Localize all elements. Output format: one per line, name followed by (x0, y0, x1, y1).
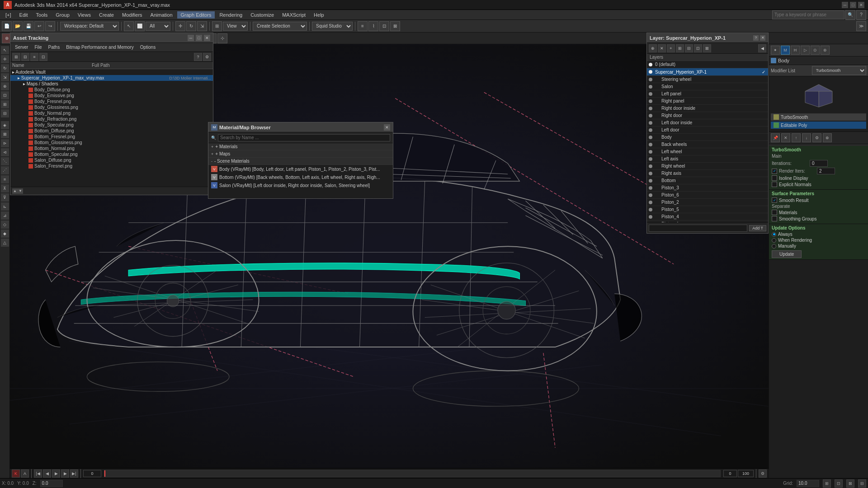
asset-close-btn[interactable]: ✕ (204, 35, 210, 41)
asset-tree-item[interactable]: Body_Glossiness.png (10, 104, 213, 110)
asset-menu-server[interactable]: Server (12, 44, 31, 50)
extra-btn3[interactable]: ≫ (856, 21, 866, 31)
select-btn[interactable]: ↖ (124, 21, 134, 31)
search-btn[interactable]: 🔍 (845, 10, 855, 20)
mod-cfg-btn[interactable]: ⚙ (812, 133, 821, 142)
layers-tb-2[interactable]: ✕ (658, 44, 666, 52)
layer-item[interactable]: Piston_4 (647, 213, 768, 221)
asset-tree-item[interactable]: Body_Diffuse.png (10, 87, 213, 93)
lt-btn11[interactable]: ⊳ (1, 139, 9, 147)
asset-tb-4[interactable]: ⊡ (39, 53, 47, 61)
lt-btn22[interactable]: △ (1, 239, 9, 247)
vp-ctrl4[interactable]: ⊟ (858, 479, 866, 488)
layers-tb-7[interactable]: ⊠ (703, 44, 711, 52)
layers-add-btn[interactable]: Add T (749, 225, 766, 231)
smooth-result-checkbox[interactable] (772, 197, 777, 203)
rotate-btn[interactable]: ↻ (186, 21, 196, 31)
layers-tb-5[interactable]: ⊟ (685, 44, 693, 52)
layer-item[interactable]: Right door (647, 112, 768, 119)
layers-list[interactable]: 0 (default)Supercar_Hyperion_XP-1✓Steeri… (647, 61, 768, 222)
lt-btn20[interactable]: ◇ (1, 221, 9, 229)
layer-item[interactable]: Piston_3 (647, 184, 768, 192)
squid-select[interactable]: Squid Studio v (312, 22, 353, 31)
layer-item[interactable]: Piston_5 (647, 206, 768, 213)
undo-btn[interactable]: ↩ (34, 21, 44, 31)
save-btn[interactable]: 💾 (24, 21, 33, 31)
rp-hierarchy-btn[interactable]: H (791, 46, 800, 55)
layer-item[interactable]: Left axis (647, 155, 768, 163)
layer-item[interactable]: Right wheel (647, 163, 768, 170)
play-btn[interactable]: ▶ (52, 469, 60, 478)
modifier-turbosmooth[interactable]: TurboSmooth (771, 113, 866, 121)
lt-btn18[interactable]: ⊾ (1, 202, 9, 211)
layer-item[interactable]: Body (647, 134, 768, 141)
vp-btn19[interactable]: ⊹ (217, 33, 227, 43)
lt-btn12[interactable]: ⊲ (1, 148, 9, 156)
menu-graph-editors[interactable]: Graph Editors (177, 11, 215, 19)
asset-cfg-btn[interactable]: ⚙ (203, 53, 211, 61)
asset-tree-item[interactable]: Body_Normal.png (10, 110, 213, 116)
asset-tree-item[interactable]: ▸ Supercar_Hyperion_XP-1_max_vray.maxD:\… (10, 75, 213, 81)
select-filter[interactable]: All (146, 22, 170, 31)
lt-btn19[interactable]: ⊿ (1, 211, 9, 220)
menu-animation[interactable]: Animation (147, 11, 176, 19)
asset-maximize-btn[interactable]: □ (196, 35, 202, 41)
lt-btn6[interactable]: ⊡ (1, 91, 9, 99)
auto-key-btn[interactable]: A (21, 469, 29, 478)
layer-item[interactable]: Right axis (647, 170, 768, 177)
asset-tree-item[interactable]: Body_Fresnel.png (10, 99, 213, 104)
asset-scroll-up[interactable]: ▲ (12, 188, 18, 194)
rp-create-btn[interactable]: ✦ (771, 46, 780, 55)
asset-menu-bitmap[interactable]: Bitmap Performance and Memory (63, 44, 137, 50)
material-item[interactable]: VBody (VRayMtl) [Body, Left door, Left p… (208, 165, 393, 173)
lt-btn10[interactable]: ⊠ (1, 130, 9, 138)
menu-group[interactable]: Group (52, 11, 73, 19)
rp-motion-btn[interactable]: ▷ (801, 46, 810, 55)
iterations-input[interactable] (810, 160, 828, 167)
asset-tree-item[interactable]: Salon_Diffuse.png (10, 157, 213, 163)
asset-tree-item[interactable]: Body_Emissive.png (10, 93, 213, 99)
menu-plus[interactable]: [+] (2, 11, 15, 19)
time-cfg-btn[interactable]: ⚙ (759, 469, 767, 478)
minimize-btn[interactable]: ─ (842, 2, 848, 8)
explicit-normals-checkbox[interactable] (772, 182, 777, 187)
maximize-btn[interactable]: □ (850, 2, 856, 8)
close-btn[interactable]: ✕ (858, 2, 864, 8)
rp-display-btn[interactable]: ⊙ (811, 46, 820, 55)
prev-frame-btn[interactable]: ◀ (43, 469, 51, 478)
layer-item[interactable]: Right panel (647, 98, 768, 105)
asset-minimize-btn[interactable]: ─ (188, 35, 194, 41)
asset-tree-item[interactable]: ▸ Autodesk Vault (10, 69, 213, 75)
mat-section-maps[interactable]: + + Maps (208, 150, 393, 158)
z-input[interactable] (40, 480, 63, 487)
asset-menu-options[interactable]: Options (137, 44, 158, 50)
layer-btn[interactable]: ≡ (358, 21, 368, 31)
start-frame[interactable] (723, 470, 737, 477)
modifier-dropdown[interactable]: TurboSmooth (812, 66, 866, 75)
layers-tb-1[interactable]: ⊕ (649, 44, 657, 52)
asset-tree-item[interactable]: Bottom_Fresnel.png (10, 134, 213, 140)
layers-help-btn[interactable]: ? (753, 35, 759, 41)
update-rendering-radio[interactable] (772, 238, 776, 243)
new-btn[interactable]: 📄 (2, 21, 12, 31)
next-frame-btn[interactable]: ▶ (61, 469, 69, 478)
smoothing-groups-checkbox[interactable] (772, 216, 777, 221)
extra-btn1[interactable]: ⊡ (379, 21, 389, 31)
workspace-select[interactable]: Workspace: Default (60, 22, 119, 31)
rp-modify-btn[interactable]: M (781, 46, 790, 55)
mat-section-materials[interactable]: + + Materials (208, 143, 393, 150)
rp-utilities-btn[interactable]: ⊛ (821, 46, 830, 55)
search-input[interactable] (772, 10, 844, 19)
mod-pin-btn[interactable]: 📌 (771, 133, 780, 142)
current-frame[interactable] (83, 470, 101, 477)
asset-menu-paths[interactable]: Paths (46, 44, 63, 50)
select-region-btn[interactable]: ⬜ (135, 21, 145, 31)
layer-item[interactable]: Bottom (647, 177, 768, 184)
lt-scale[interactable]: ⇲ (1, 73, 9, 81)
vp-ctrl2[interactable]: ⊡ (835, 479, 843, 488)
vp-ctrl1[interactable]: ⊞ (823, 479, 831, 488)
layer-item[interactable]: Right door inside (647, 105, 768, 112)
layers-tb-6[interactable]: ⊡ (694, 44, 702, 52)
obj-color-swatch[interactable] (771, 58, 776, 63)
layers-add-input[interactable] (649, 225, 747, 232)
